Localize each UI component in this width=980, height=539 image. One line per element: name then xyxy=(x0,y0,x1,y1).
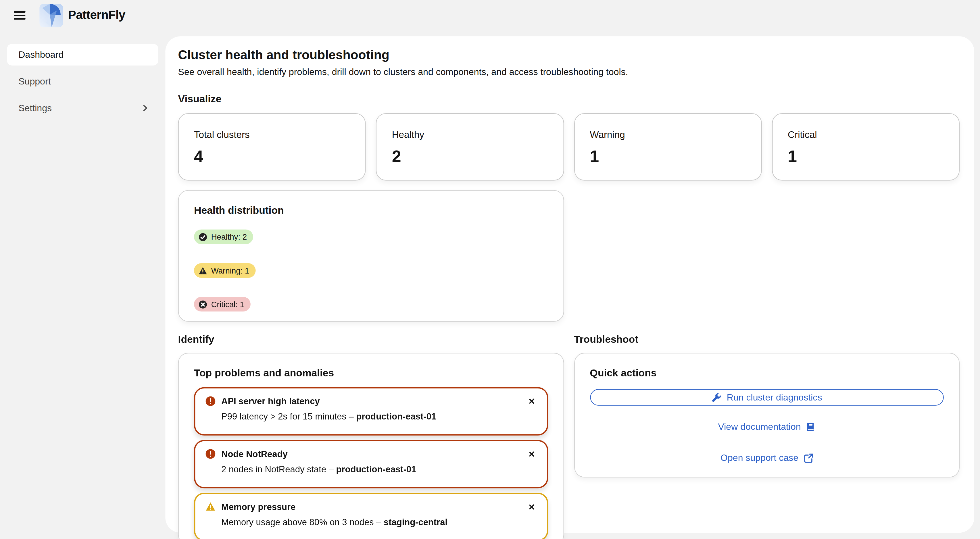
alert-header: Memory pressure ✕ xyxy=(205,502,536,512)
stat-label: Healthy xyxy=(392,129,548,140)
section-heading-troubleshoot: Troubleshoot xyxy=(574,334,959,345)
health-badges: Healthy: 2 Warning: 1 Critical: 1 xyxy=(194,230,548,312)
brand: PatternFly xyxy=(39,3,125,27)
alert-description: 2 nodes in NotReady state – production-e… xyxy=(205,464,536,474)
book-icon xyxy=(806,422,816,431)
stat-value: 2 xyxy=(392,148,548,165)
application-window: PatternFly Dashboard Support Settings Cl… xyxy=(0,0,980,539)
view-documentation-link[interactable]: View documentation xyxy=(590,421,943,432)
sidebar-item-label: Support xyxy=(18,76,51,86)
stat-card-warning: Warning 1 xyxy=(574,113,762,181)
check-circle-icon xyxy=(198,232,207,241)
stat-label: Warning xyxy=(590,129,746,140)
healthy-badge: Healthy: 2 xyxy=(194,230,253,244)
hamburger-bar xyxy=(14,14,25,16)
quick-actions-title: Quick actions xyxy=(590,367,943,379)
stat-card-critical: Critical 1 xyxy=(772,113,959,181)
warning-badge: Warning: 1 xyxy=(194,263,256,278)
warning-triangle-icon xyxy=(198,266,207,275)
top-problems-card: Top problems and anomalies API server hi… xyxy=(178,353,564,539)
button-label: Run cluster diagnostics xyxy=(727,392,822,402)
alert-header: API server high latency ✕ xyxy=(205,396,536,406)
section-heading-identify: Identify xyxy=(178,334,564,345)
hamburger-bar xyxy=(14,18,25,20)
warning-triangle-icon xyxy=(205,502,216,512)
stat-value: 4 xyxy=(194,148,350,165)
sidebar: Dashboard Support Settings xyxy=(0,36,165,539)
stat-value: 1 xyxy=(590,148,746,165)
badge-label: Warning: 1 xyxy=(211,266,250,275)
alert-description: P99 latency > 2s for 15 minutes – produc… xyxy=(205,412,536,421)
main-panel: Cluster health and troubleshooting See o… xyxy=(165,36,974,533)
alert-description-text: Memory usage above 80% on 3 nodes – xyxy=(221,517,383,527)
alert-title: Memory pressure xyxy=(221,502,521,512)
alert-description-text: 2 nodes in NotReady state – xyxy=(221,464,336,474)
chevron-right-icon xyxy=(140,104,150,113)
alert-memory-pressure: Memory pressure ✕ Memory usage above 80%… xyxy=(194,493,548,539)
link-label: View documentation xyxy=(718,421,801,432)
danger-exclamation-circle-icon xyxy=(205,396,216,406)
sidebar-item-dashboard[interactable]: Dashboard xyxy=(7,44,158,65)
hamburger-bar xyxy=(14,11,25,13)
menu-toggle-button[interactable] xyxy=(14,11,25,20)
stat-value: 1 xyxy=(788,148,944,165)
alert-cluster-name: production-east-01 xyxy=(336,464,417,474)
open-support-case-link[interactable]: Open support case xyxy=(590,453,943,463)
page-title: Cluster health and troubleshooting xyxy=(178,48,960,62)
patternfly-logo-icon xyxy=(39,3,63,27)
quick-actions-card: Quick actions Run cluster diagnostics Vi… xyxy=(574,353,959,477)
badge-label: Critical: 1 xyxy=(211,300,244,308)
alert-description-text: P99 latency > 2s for 15 minutes – xyxy=(221,412,356,421)
two-column-row: Top problems and anomalies API server hi… xyxy=(178,353,960,539)
stats-grid: Total clusters 4 Healthy 2 Warning 1 Cri… xyxy=(178,113,960,181)
top-problems-title: Top problems and anomalies xyxy=(194,367,548,379)
alert-cluster-name: production-east-01 xyxy=(356,412,436,421)
alert-cluster-name: staging-central xyxy=(383,517,447,527)
alert-description: Memory usage above 80% on 3 nodes – stag… xyxy=(205,517,536,527)
critical-badge: Critical: 1 xyxy=(194,297,251,312)
wrench-icon xyxy=(711,393,721,402)
external-link-icon xyxy=(803,453,813,463)
health-distribution-card: Health distribution Healthy: 2 Warnin xyxy=(178,190,564,322)
masthead: PatternFly xyxy=(0,0,980,30)
sidebar-item-label: Settings xyxy=(18,103,52,113)
page-subtitle: See overall health, identify problems, d… xyxy=(178,67,960,77)
run-cluster-diagnostics-button[interactable]: Run cluster diagnostics xyxy=(590,389,943,406)
sidebar-item-settings[interactable]: Settings xyxy=(7,97,158,119)
section-heading-visualize: Visualize xyxy=(178,93,960,105)
close-icon[interactable]: ✕ xyxy=(527,502,536,511)
stat-label: Total clusters xyxy=(194,129,350,140)
alert-header: Node NotReady ✕ xyxy=(205,449,536,459)
stat-card-total-clusters: Total clusters 4 xyxy=(178,113,366,181)
alert-node-notready: Node NotReady ✕ 2 nodes in NotReady stat… xyxy=(194,440,548,488)
link-label: Open support case xyxy=(721,453,799,463)
badge-label: Healthy: 2 xyxy=(211,232,247,241)
alert-api-server-high-latency: API server high latency ✕ P99 latency > … xyxy=(194,387,548,436)
danger-exclamation-circle-icon xyxy=(205,449,216,459)
alert-title: Node NotReady xyxy=(221,449,521,459)
times-circle-icon xyxy=(198,300,207,308)
brand-name: PatternFly xyxy=(68,8,125,22)
health-distribution-title: Health distribution xyxy=(194,205,548,216)
close-icon[interactable]: ✕ xyxy=(527,397,536,405)
sidebar-item-label: Dashboard xyxy=(18,50,64,60)
section-headings-row: Identify Troubleshoot xyxy=(178,334,960,345)
close-icon[interactable]: ✕ xyxy=(527,450,536,458)
alert-title: API server high latency xyxy=(221,396,521,406)
sidebar-item-support[interactable]: Support xyxy=(7,71,158,92)
alerts-list: API server high latency ✕ P99 latency > … xyxy=(194,387,548,539)
stat-label: Critical xyxy=(788,129,944,140)
stat-card-healthy: Healthy 2 xyxy=(376,113,563,181)
